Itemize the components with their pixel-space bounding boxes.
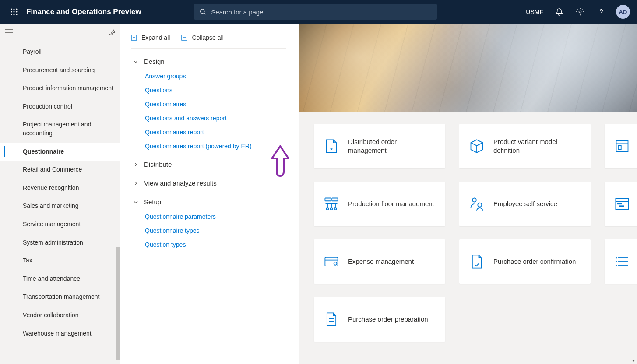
hamburger-icon[interactable]	[5, 29, 13, 35]
link-questionnaire-parameters[interactable]: Questionnaire parameters	[145, 210, 286, 224]
tile-dom[interactable]: Distributed order management	[314, 124, 445, 168]
app-launcher-icon[interactable]	[4, 0, 25, 24]
svg-point-26	[327, 208, 329, 210]
help-icon[interactable]	[591, 0, 611, 24]
sidebar-item-tax[interactable]: Tax	[0, 252, 120, 270]
svg-point-6	[11, 14, 12, 15]
sidebar-item-questionnaire[interactable]: Questionnaire	[0, 143, 120, 161]
svg-rect-25	[332, 198, 338, 201]
svg-marker-46	[632, 360, 635, 362]
workspace-tiles: Distributed order management Product var…	[299, 112, 637, 354]
section-distribute-header[interactable]: Distribute	[133, 157, 286, 172]
sidebar-item-warehouse[interactable]: Warehouse management	[0, 325, 120, 343]
sidebar-item-time[interactable]: Time and attendance	[0, 270, 120, 288]
sidebar-items: Payroll Procurement and sourcing Product…	[0, 41, 120, 364]
section-setup-header[interactable]: Setup	[133, 194, 286, 210]
svg-point-12	[601, 14, 602, 14]
flyout-panel: Expand all Collapse all Design Answer gr…	[120, 24, 299, 364]
collapse-all-button[interactable]: Collapse all	[181, 34, 223, 41]
link-qa-report[interactable]: Questions and answers report	[145, 111, 286, 125]
tile-label: Production floor management	[348, 200, 434, 208]
tile-pm[interactable]: Project management	[605, 182, 637, 226]
chevron-right-icon	[133, 181, 139, 186]
svg-point-37	[334, 262, 337, 265]
settings-icon[interactable]	[570, 0, 590, 24]
sidebar-item-sysadmin[interactable]: System administration	[0, 234, 120, 252]
sidebar-item-service[interactable]: Service management	[0, 215, 120, 234]
cube-icon	[469, 138, 485, 154]
link-questions[interactable]: Questions	[145, 83, 286, 97]
sidebar-item-revenue[interactable]: Revenue recognition	[0, 179, 120, 197]
sidebar-item-sales[interactable]: Sales and marketing	[0, 197, 120, 215]
notifications-icon[interactable]	[549, 0, 569, 24]
document-icon	[324, 138, 339, 154]
tile-pfm[interactable]: Production floor management	[314, 182, 445, 226]
sidebar-item-production-control[interactable]: Production control	[0, 98, 120, 116]
section-view-header[interactable]: View and analyze results	[133, 175, 286, 191]
section-setup-title: Setup	[144, 198, 161, 206]
chevron-down-icon	[133, 200, 139, 205]
sidebar-item-transport[interactable]: Transportation management	[0, 288, 120, 306]
tile-po-prep[interactable]: Purchase order preparation	[314, 297, 445, 342]
link-questionnaires[interactable]: Questionnaires	[145, 97, 286, 111]
doc-icon	[324, 312, 339, 327]
company-code[interactable]: USMF	[521, 8, 548, 15]
sidebar-item-procurement[interactable]: Procurement and sourcing	[0, 61, 120, 80]
hero-banner	[299, 24, 637, 112]
chevron-down-icon[interactable]	[631, 358, 636, 363]
collapse-all-label: Collapse all	[192, 34, 223, 41]
tile-label: Purchase order confirmation	[493, 257, 576, 266]
svg-point-42	[616, 261, 617, 262]
list-icon	[614, 254, 630, 270]
chevron-down-icon	[133, 59, 139, 64]
tile-label: Product variant model definition	[493, 137, 581, 155]
card-icon	[324, 254, 339, 270]
sidebar-item-payroll[interactable]: Payroll	[0, 43, 120, 61]
svg-point-2	[16, 8, 17, 10]
sidebar-item-product-info[interactable]: Product information management	[0, 79, 120, 98]
tile-er[interactable]: Electronic reporting	[605, 124, 637, 168]
section-view-title: View and analyze results	[144, 179, 217, 187]
link-questionnaires-report[interactable]: Questionnaires report	[145, 125, 286, 139]
svg-line-10	[204, 13, 205, 14]
search-box[interactable]	[194, 4, 437, 20]
tile-feature[interactable]: Feature management	[605, 239, 637, 284]
search-icon	[199, 8, 207, 16]
report-icon	[614, 138, 630, 154]
section-design-header[interactable]: Design	[133, 54, 286, 69]
avatar[interactable]: AD	[616, 5, 630, 19]
link-questionnaires-report-er[interactable]: Questionnaires report (powered by ER)	[145, 139, 286, 153]
sidebar-item-project-mgmt[interactable]: Project management and accounting	[0, 116, 120, 142]
chevron-right-icon	[133, 162, 139, 167]
tile-ess[interactable]: Employee self service	[459, 182, 591, 226]
sidebar-scrollbar[interactable]	[116, 247, 120, 360]
gantt-icon	[614, 196, 630, 212]
search-input[interactable]	[211, 8, 432, 16]
tile-label: Employee self service	[493, 200, 557, 208]
svg-point-28	[334, 208, 337, 210]
machine-icon	[324, 196, 339, 212]
link-question-types[interactable]: Question types	[145, 238, 286, 252]
link-answer-groups[interactable]: Answer groups	[145, 69, 286, 83]
tile-expense[interactable]: Expense management	[314, 239, 445, 284]
svg-point-0	[11, 8, 12, 10]
tile-pvmd[interactable]: Product variant model definition	[459, 124, 591, 168]
svg-point-3	[11, 11, 12, 12]
sidebar-item-retail[interactable]: Retail and Commerce	[0, 161, 120, 179]
sidebar-item-vendor[interactable]: Vendor collaboration	[0, 306, 120, 325]
pin-icon[interactable]	[109, 29, 115, 35]
svg-point-8	[16, 14, 17, 15]
svg-point-5	[16, 11, 17, 12]
section-distribute-title: Distribute	[144, 161, 172, 168]
workspace-main: Distributed order management Product var…	[299, 24, 637, 364]
tile-label: Distributed order management	[348, 137, 436, 155]
svg-rect-34	[619, 205, 624, 206]
link-questionnaire-types[interactable]: Questionnaire types	[145, 224, 286, 238]
svg-point-41	[616, 257, 617, 258]
section-design-title: Design	[144, 58, 165, 65]
expand-all-button[interactable]: Expand all	[131, 34, 170, 41]
svg-rect-24	[325, 198, 331, 201]
tile-po-confirm[interactable]: Purchase order confirmation	[459, 239, 591, 284]
svg-point-4	[13, 11, 14, 12]
svg-point-43	[616, 265, 617, 266]
